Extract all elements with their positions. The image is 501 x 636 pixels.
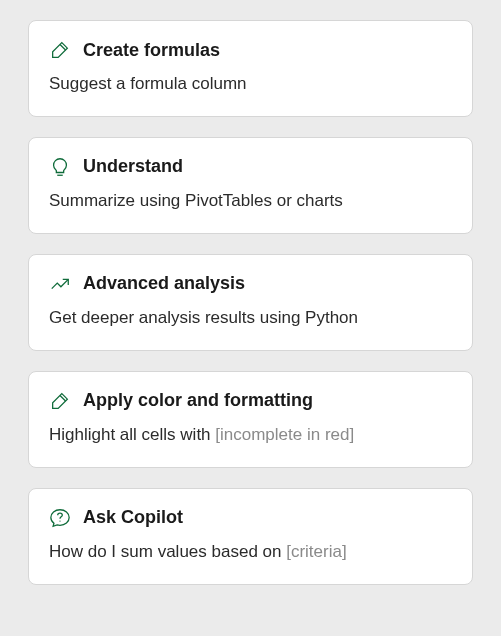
suggestion-card-advanced-analysis[interactable]: Advanced analysis Get deeper analysis re… <box>28 254 473 351</box>
suggestion-card-ask-copilot[interactable]: Ask Copilot How do I sum values based on… <box>28 488 473 585</box>
suggestion-card-create-formulas[interactable]: Create formulas Suggest a formula column <box>28 20 473 117</box>
svg-point-0 <box>59 520 60 521</box>
card-description: Get deeper analysis results using Python <box>49 307 452 330</box>
card-title: Understand <box>83 156 183 177</box>
pencil-sparkle-icon <box>49 39 71 61</box>
card-title: Advanced analysis <box>83 273 245 294</box>
card-desc-text: Highlight all cells with <box>49 425 215 444</box>
card-description: How do I sum values based on [criteria] <box>49 541 452 564</box>
card-description: Summarize using PivotTables or charts <box>49 190 452 213</box>
card-header: Advanced analysis <box>49 273 452 295</box>
card-desc-text: How do I sum values based on <box>49 542 286 561</box>
card-header: Apply color and formatting <box>49 390 452 412</box>
card-title: Ask Copilot <box>83 507 183 528</box>
card-desc-text: Get deeper analysis results using Python <box>49 308 358 327</box>
card-header: Ask Copilot <box>49 507 452 529</box>
card-desc-text: Summarize using PivotTables or charts <box>49 191 343 210</box>
card-placeholder: [incomplete in red] <box>215 425 354 444</box>
card-title: Apply color and formatting <box>83 390 313 411</box>
card-description: Highlight all cells with [incomplete in … <box>49 424 452 447</box>
card-header: Understand <box>49 156 452 178</box>
lightbulb-icon <box>49 156 71 178</box>
trend-icon <box>49 273 71 295</box>
pencil-icon <box>49 390 71 412</box>
card-placeholder: [criteria] <box>286 542 346 561</box>
card-desc-text: Suggest a formula column <box>49 74 247 93</box>
suggestion-card-apply-formatting[interactable]: Apply color and formatting Highlight all… <box>28 371 473 468</box>
card-description: Suggest a formula column <box>49 73 452 96</box>
suggestion-card-understand[interactable]: Understand Summarize using PivotTables o… <box>28 137 473 234</box>
card-header: Create formulas <box>49 39 452 61</box>
card-title: Create formulas <box>83 40 220 61</box>
chat-question-icon <box>49 507 71 529</box>
